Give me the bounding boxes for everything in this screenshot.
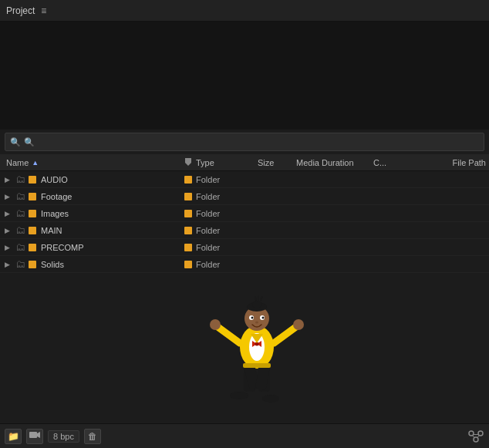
row-name-cell: ▶ 🗂 Images	[3, 207, 180, 219]
label-color-indicator	[29, 227, 36, 234]
table-header: Name ▲ Type Size Media Duration C... Fil…	[0, 154, 489, 171]
table-row[interactable]: ▶ 🗂 PRECOMP Folder	[0, 239, 489, 256]
network-icon-button[interactable]	[467, 429, 484, 444]
svg-point-4	[478, 431, 483, 436]
label-color-indicator	[29, 261, 36, 268]
sort-arrow-icon: ▲	[32, 159, 39, 167]
row-type: Folder	[196, 175, 258, 184]
new-footage-button[interactable]	[26, 429, 43, 444]
row-name-cell: ▶ 🗂 MAIN	[3, 224, 180, 236]
label-color-indicator	[29, 244, 36, 251]
expand-arrow-icon[interactable]: ▶	[5, 227, 12, 234]
label-color-indicator	[29, 193, 36, 200]
svg-rect-1	[29, 432, 37, 438]
folder-icon: 🗂	[15, 207, 25, 219]
folder-icon: 🗂	[15, 241, 25, 253]
project-panel: Project ≡ 🔍 Name ▲ Type Size Media Durat…	[0, 0, 489, 448]
svg-marker-2	[37, 432, 40, 438]
row-filename: MAIN	[41, 226, 62, 235]
col-header-c[interactable]: C...	[373, 158, 396, 167]
table-row[interactable]: ▶ 🗂 Images Folder	[0, 205, 489, 222]
trash-icon: 🗑	[88, 431, 97, 442]
expand-arrow-icon[interactable]: ▶	[5, 193, 12, 200]
row-filename: PRECOMP	[41, 243, 84, 252]
preview-area	[0, 22, 489, 130]
row-filename: Footage	[41, 192, 72, 201]
table-row[interactable]: ▶ 🗂 Solids Folder	[0, 256, 489, 273]
folder-icon: 🗂	[15, 258, 25, 270]
row-name-cell: ▶ 🗂 PRECOMP	[3, 241, 180, 253]
row-name-cell: ▶ 🗂 Solids	[3, 258, 180, 270]
search-input[interactable]	[24, 137, 479, 147]
bpc-label[interactable]: 8 bpc	[48, 430, 79, 443]
row-filename: Images	[41, 209, 69, 218]
bottom-bar: 📁 8 bpc 🗑	[0, 423, 489, 448]
folder-icon: 📁	[8, 431, 19, 442]
panel-header: Project ≡	[0, 0, 489, 22]
col-header-name[interactable]: Name ▲	[3, 158, 180, 167]
svg-line-8	[477, 435, 481, 438]
delete-button[interactable]: 🗑	[84, 429, 101, 444]
col-header-duration[interactable]: Media Duration	[296, 158, 373, 167]
table-row[interactable]: ▶ 🗂 Footage Folder	[0, 188, 489, 205]
row-name-cell: ▶ 🗂 AUDIO	[3, 173, 180, 185]
row-label-icon	[180, 244, 196, 251]
row-type: Folder	[196, 209, 258, 218]
table-row[interactable]: ▶ 🗂 MAIN Folder	[0, 222, 489, 239]
row-type: Folder	[196, 260, 258, 269]
folder-icon: 🗂	[15, 173, 25, 185]
row-label-icon	[180, 227, 196, 234]
col-header-size[interactable]: Size	[258, 158, 296, 167]
col-header-filepath[interactable]: File Path	[396, 158, 486, 167]
expand-arrow-icon[interactable]: ▶	[5, 210, 12, 217]
row-type: Folder	[196, 192, 258, 201]
expand-arrow-icon[interactable]: ▶	[5, 244, 12, 251]
svg-marker-0	[185, 158, 191, 166]
expand-arrow-icon[interactable]: ▶	[5, 261, 12, 268]
expand-arrow-icon[interactable]: ▶	[5, 176, 12, 184]
row-label-icon	[180, 261, 196, 268]
svg-line-7	[472, 435, 475, 438]
menu-icon[interactable]: ≡	[41, 5, 46, 16]
folder-icon: 🗂	[15, 224, 25, 236]
search-bar: 🔍	[5, 133, 484, 151]
label-color-indicator	[29, 210, 36, 217]
row-label-icon	[180, 210, 196, 217]
col-name-label: Name	[6, 158, 29, 167]
col-header-label	[180, 157, 196, 168]
table-row[interactable]: ▶ 🗂 AUDIO Folder	[0, 171, 489, 188]
row-filename: AUDIO	[41, 175, 68, 184]
row-type: Folder	[196, 243, 258, 252]
panel-title: Project	[6, 5, 35, 16]
label-color-indicator	[29, 176, 36, 184]
search-icon: 🔍	[10, 137, 21, 147]
row-label-icon	[180, 193, 196, 200]
row-type: Folder	[196, 226, 258, 235]
file-list: ▶ 🗂 AUDIO Folder ▶ 🗂 Footage	[0, 171, 489, 448]
new-folder-button[interactable]: 📁	[5, 429, 22, 444]
camera-icon	[29, 429, 41, 443]
folder-icon: 🗂	[15, 190, 25, 202]
row-filename: Solids	[41, 260, 64, 269]
svg-point-3	[469, 431, 474, 436]
row-name-cell: ▶ 🗂 Footage	[3, 190, 180, 202]
row-label-icon	[180, 176, 196, 184]
col-header-type[interactable]: Type	[196, 158, 258, 167]
